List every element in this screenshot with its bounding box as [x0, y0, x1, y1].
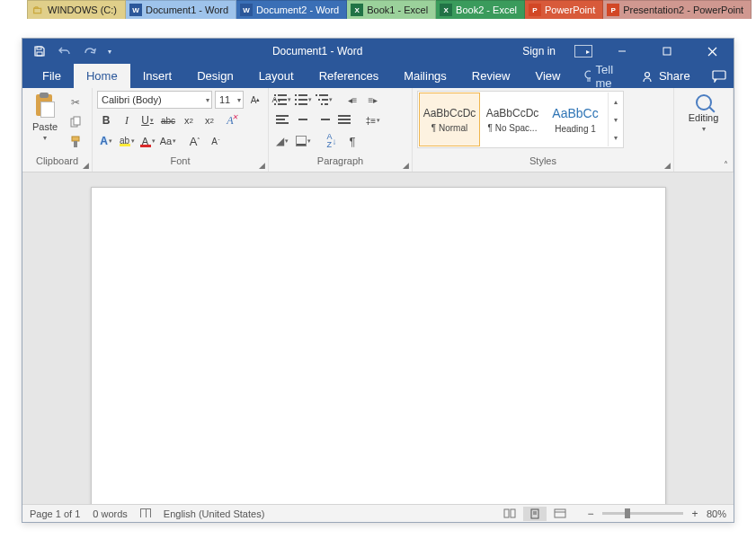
editing-label: Editing: [689, 112, 719, 123]
font-color-button[interactable]: A▾: [138, 132, 156, 150]
align-center-button[interactable]: [294, 111, 312, 129]
tab-file[interactable]: File: [30, 64, 74, 88]
dialog-launcher[interactable]: ◢: [259, 161, 265, 170]
share-icon: [641, 70, 654, 83]
svg-rect-0: [37, 47, 41, 49]
tab-view[interactable]: View: [522, 64, 573, 88]
zoom-slider[interactable]: [602, 512, 683, 515]
brush-icon: [69, 136, 82, 148]
align-right-icon: [317, 115, 330, 126]
svg-rect-16: [511, 509, 515, 517]
taskbar-tab-powerpoint[interactable]: P PowerPoint: [525, 0, 603, 19]
minimize-button[interactable]: [602, 39, 642, 64]
justify-button[interactable]: [335, 111, 353, 129]
font-size-combo[interactable]: 11▾: [215, 91, 244, 109]
taskbar-tab-presentation2[interactable]: P Presentation2 - PowerPoint: [603, 0, 752, 19]
qat-customize-button[interactable]: ▾: [103, 42, 116, 60]
change-case-button[interactable]: Aa▾: [159, 132, 177, 150]
taskbar-tab-book1[interactable]: X Book1 - Excel: [347, 0, 436, 19]
font-name-combo[interactable]: Calibri (Body)▾: [97, 91, 212, 109]
format-painter-button[interactable]: [65, 134, 86, 150]
dialog-launcher[interactable]: ◢: [83, 161, 89, 170]
taskbar-tab-document2[interactable]: W Document2 - Word: [236, 0, 347, 19]
bullets-button[interactable]: ▾: [273, 91, 291, 109]
tab-review[interactable]: Review: [459, 64, 523, 88]
excel-icon: X: [351, 4, 363, 16]
strikethrough-button[interactable]: abc: [159, 111, 177, 129]
increase-indent-button[interactable]: ≡▸: [364, 91, 382, 109]
tab-references[interactable]: References: [307, 64, 391, 88]
page-indicator[interactable]: Page 1 of 1: [30, 508, 80, 519]
comments-button[interactable]: [703, 64, 735, 88]
show-marks-button[interactable]: ¶: [343, 132, 361, 150]
taskbar-tab-explorer[interactable]: 🗀 WINDOWS (C:): [27, 0, 126, 19]
collapse-ribbon-button[interactable]: ˄: [724, 160, 728, 170]
copy-button[interactable]: [65, 114, 86, 130]
display-options-icon: [574, 45, 592, 57]
web-layout-button[interactable]: [548, 507, 572, 521]
borders-button[interactable]: ▾: [294, 132, 312, 150]
read-mode-button[interactable]: [498, 507, 521, 521]
document-page[interactable]: [91, 187, 666, 504]
shrink-font-alt-button[interactable]: A˅: [207, 132, 225, 150]
zoom-out-button[interactable]: −: [584, 508, 597, 520]
language-indicator[interactable]: English (United States): [164, 508, 265, 519]
statusbar: Page 1 of 1 0 words English (United Stat…: [22, 504, 734, 522]
tab-layout[interactable]: Layout: [246, 64, 307, 88]
subscript-button[interactable]: x2: [180, 111, 198, 129]
paste-button[interactable]: Paste ▾: [27, 91, 63, 152]
tab-mailings[interactable]: Mailings: [391, 64, 459, 88]
styles-more[interactable]: ▴▾▾: [608, 93, 622, 146]
undo-button[interactable]: [53, 42, 76, 60]
tab-design[interactable]: Design: [184, 64, 245, 88]
text-effects-button[interactable]: A▾: [97, 132, 115, 150]
cut-button[interactable]: ✂: [65, 94, 86, 110]
grow-font-button[interactable]: A▴: [246, 91, 264, 109]
save-button[interactable]: [28, 42, 51, 60]
group-label: Clipboard◢: [22, 155, 92, 172]
line-spacing-button[interactable]: ‡≡▾: [364, 111, 382, 129]
underline-button[interactable]: U▾: [138, 111, 156, 129]
taskbar-tab-book2[interactable]: X Book2 - Excel: [436, 0, 525, 19]
word-window: ▾ Document1 - Word Sign in File Home Ins…: [22, 38, 734, 523]
numbering-button[interactable]: ▾: [294, 91, 312, 109]
italic-button[interactable]: I: [118, 111, 136, 129]
style-normal[interactable]: AaBbCcDc ¶ Normal: [419, 93, 480, 146]
shading-button[interactable]: ◢▾: [273, 132, 291, 150]
close-button[interactable]: [692, 39, 732, 64]
style-name: ¶ No Spac...: [488, 123, 538, 133]
bold-button[interactable]: B: [97, 111, 115, 129]
highlight-button[interactable]: ab▾: [118, 132, 136, 150]
maximize-button[interactable]: [647, 39, 687, 64]
dialog-launcher[interactable]: ◢: [403, 161, 409, 170]
style-heading1[interactable]: AaBbCc Heading 1: [545, 93, 606, 146]
zoom-in-button[interactable]: +: [689, 508, 701, 520]
style-no-spacing[interactable]: AaBbCcDc ¶ No Spac...: [482, 93, 543, 146]
spellcheck-button[interactable]: [140, 508, 151, 519]
word-count[interactable]: 0 words: [93, 508, 128, 519]
share-button[interactable]: Share: [628, 64, 703, 88]
multilevel-list-button[interactable]: ▾: [315, 91, 333, 109]
tab-label: Document1 - Word: [146, 4, 228, 15]
ribbon-display-options[interactable]: [570, 39, 597, 64]
taskbar-tab-document1[interactable]: W Document1 - Word: [126, 0, 236, 19]
editing-button[interactable]: Editing ▾: [680, 91, 728, 136]
decrease-indent-button[interactable]: ◂≡: [343, 91, 361, 109]
sort-button[interactable]: AZ↓: [323, 132, 341, 150]
clear-formatting-button[interactable]: A✕: [221, 111, 239, 129]
word-icon: W: [129, 4, 142, 16]
grow-font-alt-button[interactable]: A˄: [186, 132, 204, 150]
tab-home[interactable]: Home: [74, 64, 130, 88]
svg-rect-10: [713, 71, 725, 79]
sign-in-link[interactable]: Sign in: [513, 45, 565, 57]
align-left-button[interactable]: [273, 111, 291, 129]
print-layout-button[interactable]: [523, 507, 547, 521]
tell-me-search[interactable]: Tell me: [573, 64, 628, 88]
zoom-level[interactable]: 80%: [707, 508, 726, 519]
superscript-button[interactable]: x2: [200, 111, 218, 129]
dialog-launcher[interactable]: ◢: [664, 161, 671, 170]
align-right-button[interactable]: [315, 111, 333, 129]
tab-insert[interactable]: Insert: [130, 64, 185, 88]
redo-button[interactable]: [78, 42, 102, 60]
quick-access-toolbar: ▾: [22, 42, 121, 60]
